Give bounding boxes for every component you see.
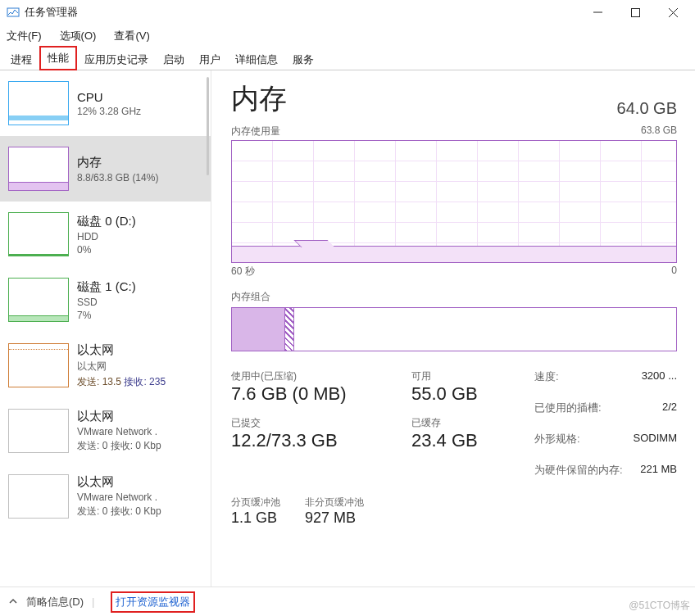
sidebar-item-memory[interactable]: 内存 8.8/63.8 GB (14%) [0, 136, 211, 202]
usage-max: 63.8 GB [641, 125, 677, 138]
sidebar-item-sub: 发送: 0 接收: 0 Kbp [77, 439, 161, 453]
sidebar-item-sub: 0% [77, 244, 136, 256]
sidebar-item-eth0[interactable]: 以太网 以太网 发送: 13.5 接收: 235 [0, 333, 211, 398]
ethernet-thumb-icon [8, 409, 69, 453]
metric-label: 已缓存 [411, 416, 510, 430]
footer-bar: 简略信息(D) | 打开资源监视器 [0, 587, 695, 616]
sidebar-item-sub: 发送: 13.5 接收: 235 [77, 375, 166, 389]
memory-thumb-icon [8, 147, 69, 191]
tab-users[interactable]: 用户 [192, 48, 228, 70]
main-split: CPU 12% 3.28 GHz 内存 8.8/63.8 GB (14%) 磁盘… [0, 70, 695, 587]
spec-val: 2/2 [662, 401, 677, 415]
spec-val: 221 MB [640, 463, 677, 478]
tab-startup[interactable]: 启动 [156, 48, 192, 70]
metric-value: 12.2/73.3 GB [231, 430, 387, 451]
sidebar-item-sub: 发送: 0 接收: 0 Kbp [77, 505, 161, 519]
metric-label: 可用 [411, 369, 510, 383]
brief-info-button[interactable]: 简略信息(D) [26, 595, 84, 609]
metric-label: 分页缓冲池 [231, 496, 280, 510]
spec-val: 3200 ... [642, 369, 677, 384]
tab-bar: 进程 性能 应用历史记录 启动 用户 详细信息 服务 [0, 48, 695, 70]
ethernet-thumb-icon [8, 474, 69, 519]
sidebar-item-cpu[interactable]: CPU 12% 3.28 GHz [0, 70, 211, 136]
sidebar-item-eth1[interactable]: 以太网 VMware Network . 发送: 0 接收: 0 Kbp [0, 398, 211, 464]
metric-value: 1.1 GB [231, 510, 280, 527]
sidebar-item-label: 以太网 [77, 342, 166, 358]
app-icon [7, 6, 20, 19]
menu-options[interactable]: 选项(O) [57, 27, 100, 45]
sidebar-item-label: 以太网 [77, 409, 161, 424]
metric-label: 使用中(已压缩) [231, 369, 387, 383]
metric-value: 927 MB [305, 510, 364, 527]
spec-val: SODIMM [634, 432, 677, 446]
spec-key: 速度: [534, 369, 559, 384]
maximize-button[interactable] [616, 0, 654, 25]
metric-value: 7.6 GB (0 MB) [231, 383, 387, 405]
sidebar-item-label: 磁盘 1 (C:) [77, 279, 136, 295]
metric-label: 非分页缓冲池 [305, 496, 364, 510]
cpu-thumb-icon [8, 81, 69, 125]
sidebar-item-disk1[interactable]: 磁盘 1 (C:) SSD 7% [0, 267, 211, 333]
tab-app-history[interactable]: 应用历史记录 [77, 48, 156, 70]
titlebar: 任务管理器 [0, 0, 695, 25]
sidebar-item-label: CPU [77, 90, 141, 104]
close-button[interactable] [654, 0, 692, 25]
ethernet-thumb-icon [8, 343, 69, 387]
menu-bar: 文件(F) 选项(O) 查看(V) [0, 25, 695, 48]
sidebar-item-sub: VMware Network . [77, 491, 161, 503]
memory-total: 64.0 GB [617, 99, 677, 118]
tab-details[interactable]: 详细信息 [228, 48, 285, 70]
sidebar-item-eth2[interactable]: 以太网 VMware Network . 发送: 0 接收: 0 Kbp [0, 464, 211, 529]
spec-key: 已使用的插槽: [534, 401, 602, 415]
menu-file[interactable]: 文件(F) [3, 27, 45, 45]
svg-rect-2 [631, 8, 639, 16]
sidebar-item-sub: SSD [77, 297, 136, 308]
tab-services[interactable]: 服务 [285, 48, 321, 70]
sidebar-item-label: 磁盘 0 (D:) [77, 214, 136, 229]
sidebar-item-disk0[interactable]: 磁盘 0 (D:) HDD 0% [0, 202, 211, 267]
sidebar-item-label: 以太网 [77, 474, 161, 490]
metric-value: 55.0 GB [411, 383, 510, 405]
spec-key: 为硬件保留的内存: [534, 463, 623, 478]
perf-sidebar: CPU 12% 3.28 GHz 内存 8.8/63.8 GB (14%) 磁盘… [0, 70, 211, 587]
disk-thumb-icon [8, 278, 69, 322]
usage-label: 内存使用量 [231, 125, 280, 138]
memory-usage-graph [231, 140, 677, 263]
metric-value: 23.4 GB [411, 430, 510, 451]
memory-composition-bar [231, 307, 677, 351]
tab-performance[interactable]: 性能 [39, 46, 77, 70]
sidebar-item-sub: HDD [77, 231, 136, 242]
axis-right: 0 [671, 265, 677, 279]
disk-thumb-icon [8, 212, 69, 256]
minimize-button[interactable] [579, 0, 616, 25]
sidebar-item-sub: 8.8/63.8 GB (14%) [77, 172, 158, 183]
composition-label: 内存组合 [231, 290, 677, 304]
menu-view[interactable]: 查看(V) [111, 27, 152, 45]
perf-content: 内存 64.0 GB 内存使用量 63.8 GB 60 秒 0 内存组合 使用中… [211, 70, 695, 587]
sidebar-item-sub: 以太网 [77, 360, 166, 374]
sidebar-item-sub: VMware Network . [77, 426, 161, 437]
sidebar-item-label: 内存 [77, 155, 158, 170]
tab-processes[interactable]: 进程 [3, 48, 39, 70]
spec-key: 外形规格: [534, 432, 580, 446]
open-resource-monitor-link[interactable]: 打开资源监视器 [111, 591, 195, 613]
sidebar-item-sub: 12% 3.28 GHz [77, 106, 141, 117]
window-title: 任务管理器 [25, 5, 78, 20]
watermark: @51CTO博客 [629, 599, 690, 613]
page-title: 内存 [231, 80, 287, 118]
sidebar-item-sub: 7% [77, 310, 136, 321]
axis-left: 60 秒 [231, 265, 255, 279]
metric-label: 已提交 [231, 416, 387, 430]
collapse-icon[interactable] [8, 596, 18, 609]
